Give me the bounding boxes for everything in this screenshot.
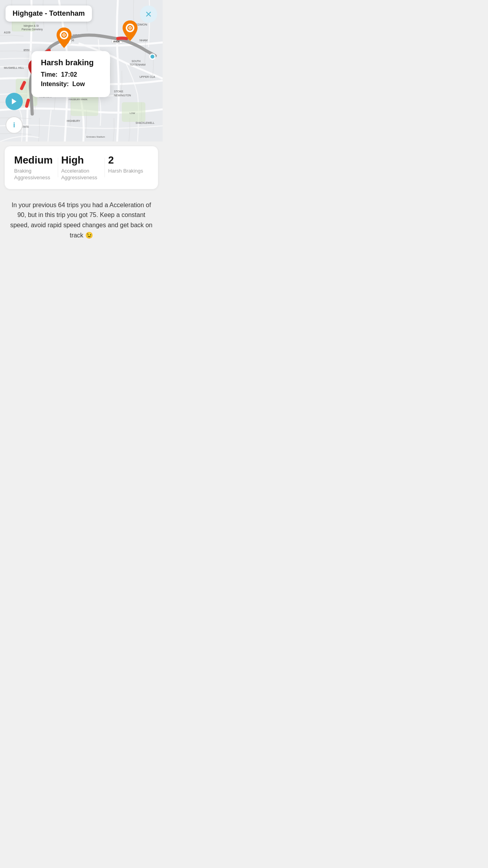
popup-time-row: Time: 17:02 <box>41 71 101 78</box>
svg-text:LOW: LOW <box>130 112 135 114</box>
svg-marker-44 <box>12 99 17 105</box>
svg-text:WOOD GREEN: WOOD GREEN <box>73 34 92 37</box>
intensity-value: Low <box>72 81 85 87</box>
feedback-section: In your previous 64 trips you had a Acce… <box>0 194 163 252</box>
svg-text:Pancras Cemetery: Pancras Cemetery <box>22 28 43 31</box>
svg-text:MUSWELL HILL: MUSWELL HILL <box>4 66 24 69</box>
close-button[interactable] <box>140 6 157 23</box>
acceleration-aggressiveness-stat: High AccelerationAggressiveness <box>61 154 102 181</box>
event-popup: Harsh braking Time: 17:02 Intensity: Low <box>31 51 110 97</box>
popup-intensity-row: Intensity: Low <box>41 81 101 88</box>
braking-aggressiveness-stat: Medium BrakingAggressiveness <box>14 154 55 181</box>
svg-text:HIGHBURY: HIGHBURY <box>67 120 81 122</box>
svg-text:Islington & St: Islington & St <box>24 24 39 28</box>
svg-point-39 <box>63 34 65 36</box>
svg-text:SHACKLEWELL: SHACKLEWELL <box>136 121 154 124</box>
braking-aggressiveness-label: BrakingAggressiveness <box>14 168 55 181</box>
svg-text:SOUTH: SOUTH <box>132 60 141 63</box>
acceleration-aggressiveness-value: High <box>61 154 102 166</box>
svg-text:TOTTENHAM: TOTTENHAM <box>130 63 145 66</box>
svg-text:A406: A406 <box>113 40 120 43</box>
svg-text:NEWINGTON: NEWINGTON <box>114 94 131 97</box>
time-value: 17:02 <box>61 71 77 78</box>
event-pin-orange-1[interactable] <box>55 27 73 50</box>
svg-point-43 <box>129 27 131 29</box>
info-icon: i <box>13 121 15 129</box>
info-button[interactable]: i <box>6 116 23 134</box>
svg-text:UPPER CLA: UPPER CLA <box>139 75 155 78</box>
svg-text:STOKE: STOKE <box>114 90 123 93</box>
intensity-label: Intensity: <box>41 81 69 87</box>
stats-panel: Medium BrakingAggressiveness High Accele… <box>5 146 158 189</box>
route-title: Highgate - Tottenham <box>6 6 92 22</box>
destination-dot <box>149 53 156 60</box>
feedback-text: In your previous 64 trips you had a Acce… <box>9 200 153 240</box>
braking-aggressiveness-value: Medium <box>14 154 55 166</box>
svg-text:Emirates Stadium: Emirates Stadium <box>86 136 105 138</box>
svg-text:B550: B550 <box>24 49 30 51</box>
harsh-brakings-value: 2 <box>108 154 149 166</box>
stats-divider-1 <box>58 158 58 177</box>
popup-title: Harsh braking <box>41 58 101 67</box>
svg-text:A109: A109 <box>4 31 10 34</box>
svg-rect-3 <box>71 94 98 116</box>
acceleration-aggressiveness-label: AccelerationAggressiveness <box>61 168 102 181</box>
svg-text:FINSBURY PARK: FINSBURY PARK <box>69 98 88 101</box>
play-button[interactable] <box>6 93 23 110</box>
map-view: A109 A406 A406 MUSWELL HILL HILLDROP EST… <box>0 0 163 142</box>
harsh-brakings-stat: 2 Harsh Brakings <box>108 154 149 175</box>
event-pin-orange-2[interactable] <box>121 20 139 43</box>
svg-text:NHAM: NHAM <box>139 39 148 42</box>
stats-divider-2 <box>105 158 105 177</box>
harsh-brakings-label: Harsh Brakings <box>108 168 149 175</box>
app-container: A109 A406 A406 MUSWELL HILL HILLDROP EST… <box>0 0 163 252</box>
time-label: Time: <box>41 71 57 78</box>
